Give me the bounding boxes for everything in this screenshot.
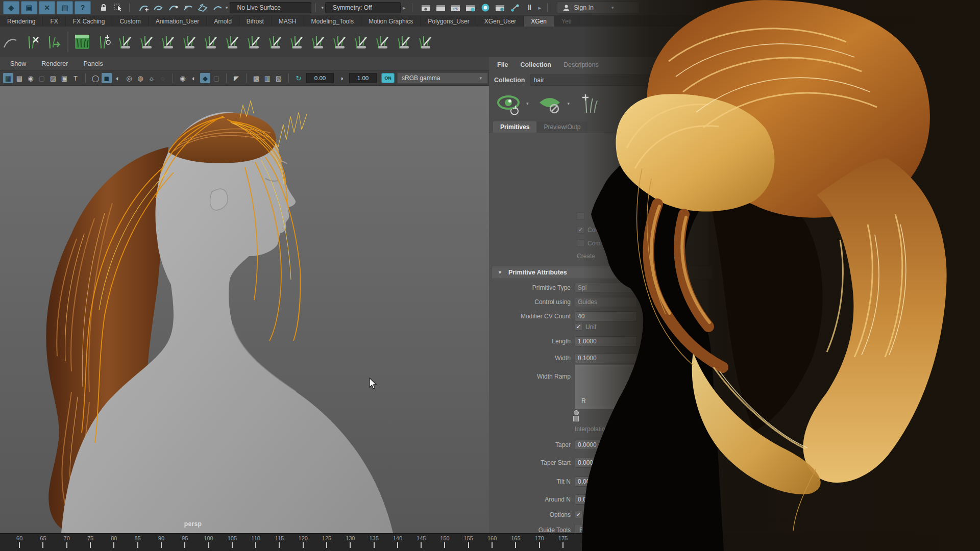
uniform-cvs-checkbox[interactable]: ✓ xyxy=(575,323,582,331)
panel-menu-item[interactable]: Panels xyxy=(83,60,103,67)
film-gate-icon[interactable]: ▤ xyxy=(14,73,24,83)
shelf-tab[interactable]: XGen xyxy=(524,16,554,27)
interpolation-value[interactable]: Line xyxy=(613,425,625,433)
timeline-frame-slot[interactable]: 75 xyxy=(79,534,102,551)
xgen-brush-icon[interactable] xyxy=(308,31,328,53)
snap-projected-center-icon[interactable] xyxy=(181,2,194,14)
render-view-icon[interactable] xyxy=(420,2,433,14)
primitive-attributes-header[interactable]: ▼Primitive Attributes xyxy=(491,266,713,279)
taper-start-slider[interactable] xyxy=(644,462,685,464)
exposure-reset-icon[interactable]: ↻ xyxy=(293,73,304,83)
xgen-hide-preview-icon[interactable]: ▾ xyxy=(537,92,572,115)
shelf-tab[interactable]: Rendering xyxy=(0,16,43,27)
ramp-marker-handle[interactable] xyxy=(573,416,579,421)
xgen-brush-icon[interactable] xyxy=(180,31,199,53)
xgen-delete-guides-icon[interactable] xyxy=(22,31,42,53)
shelf-tab[interactable]: Animation_User xyxy=(149,16,207,27)
xgen-preview-eye-icon[interactable]: ▾ xyxy=(496,92,530,115)
hide-preview-caret-icon[interactable]: ▾ xyxy=(568,101,570,106)
preview-caret-icon[interactable]: ▾ xyxy=(526,101,529,106)
timeline-frame-slot[interactable]: 185 xyxy=(598,534,622,551)
timeline-frame-slot[interactable]: 170 xyxy=(528,534,551,551)
faded-checkbox-com[interactable]: Com xyxy=(577,239,600,247)
xgen-brush-icon[interactable] xyxy=(115,31,135,53)
shelf-tab[interactable]: FX xyxy=(43,16,65,27)
object-pick-icon[interactable] xyxy=(112,2,125,14)
ambient-occlusion-icon[interactable]: ☼ xyxy=(146,73,157,83)
contrast-icon[interactable]: ◑ xyxy=(336,73,347,83)
color-management-toggle[interactable]: ON xyxy=(381,73,395,83)
panel-menu-item[interactable]: Show xyxy=(10,60,26,67)
select-highlight-icon[interactable]: ◤ xyxy=(231,73,241,83)
timeline-frame-slot[interactable]: 65 xyxy=(31,534,55,551)
xgen-brush-icon[interactable] xyxy=(223,31,242,53)
xgen-brush-icon[interactable] xyxy=(158,31,178,53)
xray-joints-icon[interactable]: ▢ xyxy=(211,73,222,83)
live-surface-field[interactable]: No Live Surface xyxy=(230,2,311,13)
collection-name-field[interactable]: hair xyxy=(530,74,654,86)
render-sequence-icon[interactable] xyxy=(464,2,477,14)
grid-toggle-icon[interactable]: ▦ xyxy=(3,73,13,83)
xgen-brush-icon[interactable] xyxy=(244,31,263,53)
shaded-display-icon[interactable]: ◼ xyxy=(102,73,112,83)
snap-curve-icon[interactable] xyxy=(152,2,165,14)
mode-frame-icon[interactable]: ▣ xyxy=(21,1,37,14)
timeline-frame-slot[interactable]: 135 xyxy=(362,534,385,551)
pause-icon[interactable]: ‖ xyxy=(523,2,536,14)
textured-display-icon[interactable]: ◐ xyxy=(113,73,123,83)
gate-mask-icon[interactable]: ▢ xyxy=(37,73,47,83)
xgen-brush-icon[interactable] xyxy=(265,31,285,53)
timeline-frame-slot[interactable]: 155 xyxy=(457,534,480,551)
length-field[interactable]: 1.0000 xyxy=(575,336,637,346)
timeline-frame-slot[interactable]: 180 xyxy=(575,534,598,551)
gamma-field[interactable]: 1.00 xyxy=(349,73,377,83)
timeline-frame-slot[interactable]: 80 xyxy=(102,534,126,551)
xgen-add-collection-icon[interactable] xyxy=(94,31,113,53)
control-using-dropdown[interactable]: Guides xyxy=(575,297,637,307)
xgen-brush-icon[interactable] xyxy=(394,31,413,53)
tilt-n-field[interactable]: 0.0000 xyxy=(575,477,637,487)
sign-in-button[interactable]: Sign In ▾ xyxy=(557,2,640,14)
wireframe-display-icon[interactable]: ◯ xyxy=(90,73,101,83)
field-chart-icon[interactable]: ▨ xyxy=(48,73,58,83)
lock-selection-icon[interactable] xyxy=(97,2,110,14)
shadows-icon[interactable]: ◍ xyxy=(135,73,145,83)
symmetry-field[interactable]: Symmetry: Off xyxy=(325,2,401,13)
shelf-tab[interactable]: Bifrost xyxy=(239,16,272,27)
live-surface-caret-icon[interactable]: ▾ xyxy=(226,5,228,10)
mode-help-icon[interactable]: ? xyxy=(75,1,91,14)
light-editor-icon[interactable] xyxy=(508,2,522,14)
shelf-tab[interactable]: Motion Graphics xyxy=(361,16,421,27)
timeline-frame-slot[interactable]: 125 xyxy=(315,534,338,551)
symmetry-caret-icon[interactable]: ▾ xyxy=(322,5,324,10)
isolate-remove-icon[interactable]: ▧ xyxy=(274,73,284,83)
taper-start-field[interactable]: 0.0000 xyxy=(575,458,637,468)
xgen-menu-item[interactable]: Descriptions xyxy=(564,61,599,68)
texture-placement-icon[interactable]: ◐ xyxy=(189,73,199,83)
snap-grid-icon[interactable] xyxy=(137,2,150,14)
snap-view-icon[interactable] xyxy=(211,2,224,14)
shelf-tab[interactable]: Arnold xyxy=(207,16,239,27)
shelf-tab[interactable]: Modeling_Tools xyxy=(304,16,361,27)
around-n-field[interactable]: 0.0000 xyxy=(575,494,637,505)
xgen-export-guides-icon[interactable] xyxy=(44,31,63,53)
timeline-frame-slot[interactable]: 120 xyxy=(291,534,315,551)
xray-display-icon[interactable]: ◆ xyxy=(200,73,210,83)
faded-checkbox[interactable] xyxy=(577,212,584,220)
panel-menu-item[interactable]: Renderer xyxy=(41,60,68,67)
timeline-frame-slot[interactable]: 60 xyxy=(8,534,31,551)
safe-action-icon[interactable]: ▣ xyxy=(59,73,69,83)
timeline-frame-slot[interactable]: 100 xyxy=(197,534,220,551)
motion-blur-icon[interactable]: ◌ xyxy=(158,73,168,83)
xgen-brush-icon[interactable] xyxy=(415,31,435,53)
xgen-menu-item[interactable]: File xyxy=(497,61,508,68)
mode-diamond-icon[interactable]: ◈ xyxy=(3,1,19,14)
render-settings-sphere-icon[interactable] xyxy=(479,2,492,14)
mode-tools-icon[interactable]: ✕ xyxy=(39,1,55,14)
shelf-tab[interactable]: Yeti xyxy=(554,16,579,27)
timeline-frame-slot[interactable]: 175 xyxy=(551,534,575,551)
taper-slider[interactable] xyxy=(644,444,685,446)
xgen-brush-icon[interactable] xyxy=(137,31,156,53)
xgen-menu-item[interactable]: Collection xyxy=(521,61,551,68)
xgen-update-preview-icon[interactable] xyxy=(578,92,601,115)
